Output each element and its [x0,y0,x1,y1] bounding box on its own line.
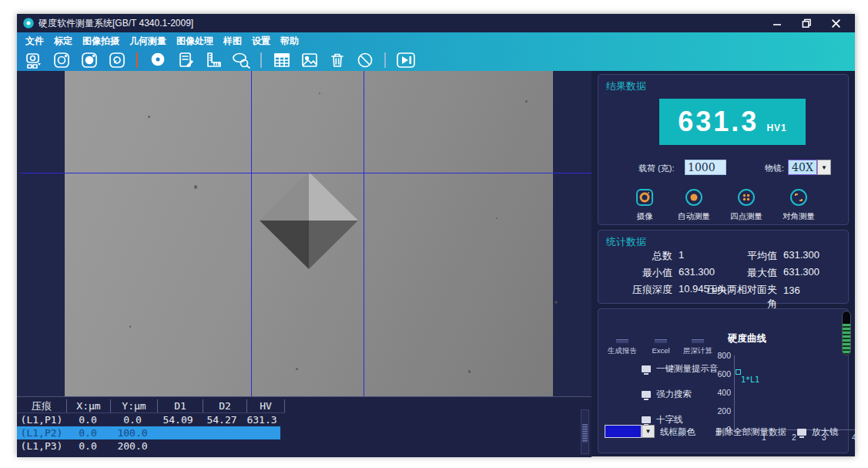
table-row[interactable]: (L1,P3) 0.0 200.0 [17,439,280,453]
delete-all-data-button[interactable]: 删除全部测量数据 [716,426,786,438]
capture-frame-icon [52,51,71,69]
minimize-button[interactable] [766,15,789,31]
objective-label: 物镜: [765,163,784,174]
objective-select-arrow[interactable]: ▼ [817,160,831,175]
hardness-unit: HV1 [766,123,786,133]
delete-trash-icon [328,51,347,69]
crosshair-horizontal-line[interactable] [21,173,592,173]
app-icon [23,18,34,29]
excel-export-icon [655,339,667,343]
cell-indent: (L1,P3) [17,439,66,453]
stat-value-max: 631.300 [783,266,819,278]
menu-file[interactable]: 文件 [25,35,44,48]
menu-settings[interactable]: 设置 [252,35,270,48]
close-icon [831,19,841,29]
line-color-arrow[interactable]: ▼ [642,425,655,438]
stat-label-depth: 压痕深度 [602,283,672,297]
y-tick: 400 [709,388,731,397]
data-grid-icon [273,51,291,69]
load-input[interactable] [685,160,726,175]
auto-measure-icon [684,187,704,207]
stat-label-max: 最大值 [691,266,777,280]
app-window: 硬度软件测量系统[GB/T 4340.1-2009] 文件 标定 图像拍摄 几何… [17,14,855,456]
capture-frame-button[interactable] [51,50,72,70]
menu-image-process[interactable]: 图像处理 [176,35,213,48]
crosshair-vertical-line-left[interactable] [251,71,252,396]
menu-sample-image[interactable]: 样图 [223,35,242,48]
generate-report-button[interactable]: 生成报告 [602,339,643,356]
image-viewport[interactable] [17,71,592,396]
auto-run-icon [396,51,416,69]
cell-d1 [156,439,200,453]
result-section: 结果数据 631.3 HV1 载荷 (克): 物镜: 40X ▼ 摄像 [598,74,849,225]
maximize-icon [802,19,812,29]
generate-report-icon [616,339,628,343]
cell-hv: 631.3 [243,413,280,426]
table-header-row: 压痕 X:μm Y:μm D1 D2 HV [17,399,285,413]
cell-y: 200.0 [109,439,156,453]
table-row[interactable]: (L1,P1) 0.0 0.0 54.09 54.27 631.3 [17,413,280,426]
y-tick: 600 [709,369,731,379]
result-section-title: 结果数据 [606,79,646,93]
tools-section: 生成报告 Excel 层深计算 一键测量提示音 强力搜索 [598,308,849,453]
ruler-measure-button[interactable] [203,50,223,70]
menu-geometry-measure[interactable]: 几何测量 [129,35,166,48]
delete-trash-button[interactable] [327,50,347,70]
col-d2: D2 [203,399,247,412]
title-bar: 硬度软件测量系统[GB/T 4340.1-2009] [17,14,855,32]
camera-icon [635,187,655,207]
capture-record-button[interactable] [79,50,99,70]
cell-x: 0.0 [66,426,109,439]
ruler-measure-icon [204,51,223,69]
camera-source-button[interactable] [23,50,44,70]
data-grid-button[interactable] [271,50,292,70]
menu-calibration[interactable]: 标定 [54,35,72,48]
four-point-measure-icon [736,187,756,207]
cell-indent: (L1,P2) [17,426,66,439]
cell-y: 0.0 [109,413,156,426]
col-y: Y:μm [111,399,158,412]
lasso-measure-button[interactable] [230,50,251,70]
report-edit-icon [176,51,195,69]
stat-label-min: 最小值 [602,266,672,280]
cell-indent: (L1,P1) [17,413,66,426]
specimen-image [65,71,553,396]
col-indent: 压痕 [17,399,67,412]
crosshair-checkbox[interactable]: 十字线 [642,414,683,426]
report-edit-button[interactable] [175,50,196,70]
cell-x: 0.0 [66,439,109,453]
strong-search-checkbox[interactable]: 强力搜索 [642,389,692,400]
disable-measure-button[interactable] [354,50,375,70]
col-hv: HV [247,399,285,412]
toolbar-separator [384,52,386,68]
maximize-button[interactable] [795,15,818,31]
open-image-button[interactable] [299,50,320,70]
close-button[interactable] [824,15,847,31]
camera-button[interactable]: 摄像 [617,187,672,222]
table-scrollbar[interactable] [581,409,589,454]
capture-refresh-button[interactable] [106,50,127,70]
menu-image-capture[interactable]: 图像拍摄 [82,35,119,48]
hardness-result-display: 631.3 HV1 [659,99,806,145]
four-point-measure-button[interactable]: 四点测量 [719,187,774,222]
menu-help[interactable]: 帮助 [280,35,299,48]
beep-checkbox[interactable]: 一键测量提示音 [642,363,719,375]
auto-measure-button[interactable]: 自动测量 [666,187,722,222]
hardness-value: 631.3 [678,106,759,138]
chart-data-point [736,369,741,375]
table-row-selected[interactable]: (L1,P2) 0.0 100.0 [17,426,280,439]
diagonal-measure-icon [789,187,809,207]
magnifier-checkbox[interactable]: 放大镜 [797,426,839,438]
menu-bar: 文件 标定 图像拍摄 几何测量 图像处理 样图 设置 帮助 [17,32,855,49]
diagonal-measure-button[interactable]: 对角测量 [771,187,826,222]
line-color-swatch[interactable] [605,425,642,438]
capture-refresh-icon [108,51,126,69]
point-measure-button[interactable] [147,50,168,70]
stat-label-angle: 压头两相对面夹角 [699,283,777,311]
crosshair-vertical-line-right[interactable] [364,71,364,396]
objective-select[interactable]: 40X [788,160,817,175]
x-tick: 4 [846,433,862,442]
excel-export-button[interactable]: Excel [645,339,677,355]
stat-label-total: 总数 [602,249,672,263]
auto-run-button[interactable] [395,50,416,70]
